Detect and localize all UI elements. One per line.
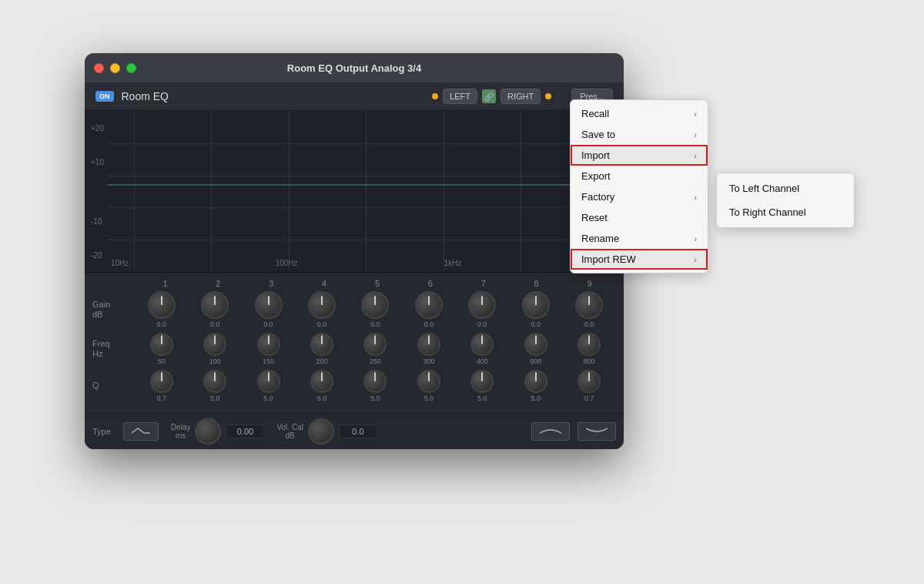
sub-menu: To Left Channel To Right Channel bbox=[716, 173, 855, 228]
chevron-icon: › bbox=[694, 130, 697, 139]
gain-knob-7-control[interactable] bbox=[468, 291, 496, 319]
gain-knob-2-control[interactable] bbox=[201, 291, 229, 319]
gain-knob-8-control[interactable] bbox=[522, 291, 550, 319]
gain-knob-5: 0.0 bbox=[349, 291, 402, 328]
freq-knob-6-control[interactable] bbox=[417, 333, 440, 356]
menu-item-reset[interactable]: Reset bbox=[571, 207, 708, 228]
volcal-knob[interactable] bbox=[308, 418, 334, 445]
q-knob-2-control[interactable] bbox=[203, 370, 226, 393]
gain-knob-3-control[interactable] bbox=[255, 291, 283, 319]
freq-knob-8: 600 bbox=[509, 333, 562, 365]
band-numbers: 1 2 3 4 5 6 7 8 9 bbox=[92, 279, 616, 288]
gain-knob-7: 0.0 bbox=[456, 291, 509, 328]
chevron-icon: › bbox=[694, 151, 697, 160]
bottom-row: Type Delayms 0.00 Vol. CaldB 0.0 bbox=[85, 413, 624, 449]
window-title: Room EQ Output Analog 3/4 bbox=[287, 62, 421, 74]
freq-knob-6: 300 bbox=[402, 333, 455, 365]
volcal-label: Vol. CaldB bbox=[276, 423, 303, 440]
freq-knob-2: 100 bbox=[188, 333, 241, 365]
gain-knob-5-control[interactable] bbox=[361, 291, 389, 319]
band-num-1: 1 bbox=[139, 279, 192, 288]
freq-knob-2-control[interactable] bbox=[203, 333, 226, 356]
q-knob-1: 0.7 bbox=[135, 370, 188, 402]
freq-knob-3: 150 bbox=[242, 333, 295, 365]
q-knob-7: 5.0 bbox=[456, 370, 509, 402]
delay-group: Delayms 0.00 bbox=[171, 418, 265, 445]
freq-1khz: 1kHz bbox=[444, 259, 462, 267]
menu-item-rename[interactable]: Rename › bbox=[571, 228, 708, 249]
menu-item-factory[interactable]: Factory › bbox=[571, 186, 708, 207]
freq-100hz: 100Hz bbox=[276, 259, 298, 267]
close-button[interactable] bbox=[94, 63, 104, 73]
freq-knob-3-control[interactable] bbox=[257, 333, 280, 356]
band-num-4: 4 bbox=[298, 279, 351, 288]
freq-knob-7-control[interactable] bbox=[470, 333, 494, 356]
context-menu: Recall › Save to › Import › Export Facto… bbox=[570, 99, 708, 274]
volcal-value[interactable]: 0.0 bbox=[339, 425, 377, 438]
gain-knob-4: 0.0 bbox=[295, 291, 348, 328]
traffic-lights bbox=[94, 63, 136, 73]
q-knob-3-control[interactable] bbox=[257, 370, 280, 393]
delay-label: Delayms bbox=[171, 423, 191, 440]
submenu-to-right-channel[interactable]: To Right Channel bbox=[717, 200, 854, 224]
gain-knob-4-control[interactable] bbox=[308, 291, 336, 319]
band-num-7: 7 bbox=[457, 279, 510, 288]
q-knob-5-control[interactable] bbox=[363, 370, 387, 393]
delay-value[interactable]: 0.00 bbox=[226, 425, 264, 438]
type-button[interactable] bbox=[123, 422, 159, 441]
freq-knob-9-control[interactable] bbox=[578, 333, 601, 356]
freq-label: FreqHz bbox=[92, 339, 135, 359]
gain-knob-1: 0.0 bbox=[135, 291, 188, 328]
band-num-9: 9 bbox=[563, 279, 616, 288]
menu-item-import[interactable]: Import › bbox=[571, 145, 708, 166]
gain-knob-1-control[interactable] bbox=[148, 291, 176, 319]
gain-knob-6-control[interactable] bbox=[415, 291, 443, 319]
delay-knob[interactable] bbox=[195, 418, 221, 445]
menu-item-recall[interactable]: Recall › bbox=[571, 103, 708, 124]
menu-item-save-to[interactable]: Save to › bbox=[571, 124, 708, 145]
minimize-button[interactable] bbox=[110, 63, 120, 73]
submenu-to-left-channel[interactable]: To Left Channel bbox=[717, 176, 854, 200]
freq-knob-9: 800 bbox=[563, 333, 616, 365]
band-num-2: 2 bbox=[192, 279, 245, 288]
maximize-button[interactable] bbox=[126, 63, 136, 73]
q-knobs: 0.7 5.0 5.0 5.0 bbox=[135, 370, 616, 402]
menu-item-export[interactable]: Export bbox=[571, 166, 708, 186]
db-label-plus20: +20 bbox=[91, 124, 104, 133]
freq-knob-5-control[interactable] bbox=[363, 333, 387, 356]
scene: Room EQ Output Analog 3/4 ON Room EQ LEF… bbox=[38, 22, 886, 562]
q-label: Q bbox=[92, 381, 135, 391]
menu-item-import-rew[interactable]: Import REW › bbox=[571, 249, 708, 270]
volcal-group: Vol. CaldB 0.0 bbox=[276, 418, 377, 445]
q-knob-8: 5.0 bbox=[509, 370, 562, 402]
plugin-name: Room EQ bbox=[122, 90, 169, 102]
q-knob-9-control[interactable] bbox=[578, 370, 601, 393]
on-badge[interactable]: ON bbox=[95, 91, 114, 102]
left-channel-button[interactable]: LEFT bbox=[443, 89, 477, 104]
gain-knob-6: 0.0 bbox=[402, 291, 455, 328]
q-knob-7-control[interactable] bbox=[470, 370, 494, 393]
freq-knob-1-control[interactable] bbox=[150, 333, 173, 356]
chevron-icon: › bbox=[694, 193, 697, 202]
q-knob-3: 5.0 bbox=[242, 370, 295, 402]
db-label-plus10: +10 bbox=[91, 158, 104, 166]
q-knob-4-control[interactable] bbox=[310, 370, 333, 393]
db-label-minus10: -10 bbox=[91, 217, 104, 226]
freq-knob-4-control[interactable] bbox=[310, 333, 333, 356]
q-knob-1-control[interactable] bbox=[150, 370, 173, 393]
right-channel-button[interactable]: RIGHT bbox=[500, 89, 541, 104]
band-num-6: 6 bbox=[403, 279, 457, 288]
gain-knob-9-control[interactable] bbox=[575, 291, 603, 319]
q-knob-6-control[interactable] bbox=[417, 370, 440, 393]
freq-10hz: 10Hz bbox=[111, 259, 129, 267]
chevron-icon: › bbox=[694, 234, 697, 243]
eq-graph: +20 +10 -10 -20 bbox=[85, 111, 624, 273]
curve-type-button-2[interactable] bbox=[578, 422, 616, 441]
curve-type-button-1[interactable] bbox=[531, 422, 570, 441]
link-channels-button[interactable]: 🔗 bbox=[482, 89, 496, 103]
freq-labels: 10Hz 100Hz 1kHz 10k bbox=[108, 259, 624, 267]
freq-knob-8-control[interactable] bbox=[524, 333, 547, 356]
gain-knob-3: 0.0 bbox=[242, 291, 295, 328]
q-knob-2: 5.0 bbox=[188, 370, 241, 402]
q-knob-8-control[interactable] bbox=[524, 370, 547, 393]
